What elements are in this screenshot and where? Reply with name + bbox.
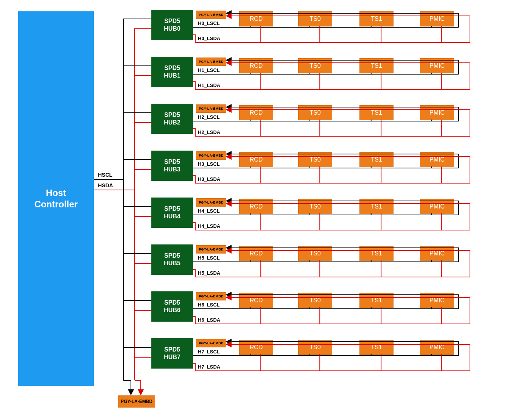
ts1-block-row-7: TS1 — [359, 340, 394, 355]
spd5-hub-3: SPD5 HUB3 — [151, 151, 193, 181]
hscl-label: HSCL — [98, 172, 113, 178]
lsda-label-7: H7_LSDA — [198, 364, 221, 370]
ts0-block-row-1: TS0 — [298, 58, 332, 73]
pgy-probe-row-3: PGY-LA-EMBD — [196, 151, 226, 160]
pgy-probe-row-6: PGY-LA-EMBD — [196, 292, 226, 300]
lsda-label-3: H3_LSDA — [198, 176, 221, 182]
ts0-block-row-6: TS0 — [298, 293, 332, 308]
ts0-block-row-2: TS0 — [298, 105, 332, 120]
rcd-block-row-6: RCD — [239, 293, 273, 308]
lsda-label-5: H5_LSDA — [198, 270, 221, 276]
lscl-label-7: H7_LSCL — [198, 349, 220, 355]
pgy-probe-row-7: PGY-LA-EMBD — [196, 339, 226, 347]
pmic-block-row-5: PMIC — [420, 246, 454, 261]
ts1-block-row-1: TS1 — [359, 58, 394, 73]
ts0-block-row-0: TS0 — [298, 11, 332, 26]
pgy-probe-row-4: PGY-LA-EMBD — [196, 198, 226, 207]
pmic-block-row-6: PMIC — [420, 293, 454, 308]
lsda-label-1: H1_LSDA — [198, 82, 221, 88]
lscl-label-1: H1_LSCL — [198, 67, 220, 73]
ts1-block-row-2: TS1 — [359, 105, 394, 120]
rcd-block-row-0: RCD — [239, 11, 273, 26]
rcd-block-row-3: RCD — [239, 152, 273, 167]
spd5-hub-4: SPD5 HUB4 — [151, 198, 193, 228]
lscl-label-4: H4_LSCL — [198, 208, 220, 214]
rcd-block-row-1: RCD — [239, 58, 273, 73]
spd5-hub-0: SPD5 HUB0 — [151, 10, 193, 40]
ts0-block-row-3: TS0 — [298, 152, 332, 167]
lscl-label-6: H6_LSCL — [198, 302, 220, 308]
spd5-hub-6: SPD5 HUB6 — [151, 291, 193, 322]
lsda-label-0: H0_LSDA — [198, 36, 221, 41]
pgy-probe-row-0: PGY-LA-EMBD — [196, 11, 226, 19]
ts1-block-row-6: TS1 — [359, 293, 394, 308]
lsda-label-6: H6_LSDA — [198, 317, 221, 323]
host-controller: Host Controller — [18, 11, 94, 386]
ts1-block-row-3: TS1 — [359, 152, 394, 167]
spd5-hub-7: SPD5 HUB7 — [151, 338, 193, 369]
ts1-block-row-5: TS1 — [359, 246, 394, 261]
ts1-block-row-0: TS1 — [359, 11, 394, 26]
lscl-label-2: H2_LSCL — [198, 114, 220, 120]
ts0-block-row-7: TS0 — [298, 340, 332, 355]
pmic-block-row-1: PMIC — [420, 58, 454, 73]
lscl-label-3: H3_LSCL — [198, 161, 220, 167]
pmic-block-row-3: PMIC — [420, 152, 454, 167]
lsda-label-4: H4_LSDA — [198, 223, 221, 229]
spd5-hub-2: SPD5 HUB2 — [151, 104, 193, 134]
pgy-probe-row-1: PGY-LA-EMBD — [196, 58, 226, 66]
rcd-block-row-7: RCD — [239, 340, 273, 355]
rcd-block-row-5: RCD — [239, 246, 273, 261]
pmic-block-row-0: PMIC — [420, 11, 454, 26]
pgy-probe-row-2: PGY-LA-EMBD — [196, 104, 226, 113]
ts0-block-row-5: TS0 — [298, 246, 332, 261]
rcd-block-row-4: RCD — [239, 199, 273, 214]
lscl-label-5: H5_LSCL — [198, 255, 220, 261]
ts0-block-row-4: TS0 — [298, 199, 332, 214]
lscl-label-0: H0_LSCL — [198, 20, 220, 26]
spd5-hub-5: SPD5 HUB5 — [151, 244, 193, 275]
pmic-block-row-4: PMIC — [420, 199, 454, 214]
ts1-block-row-4: TS1 — [359, 199, 394, 214]
pmic-block-row-2: PMIC — [420, 105, 454, 120]
pmic-block-row-7: PMIC — [420, 340, 454, 355]
main-pgy-probe: PGY-LA-EMBD — [118, 395, 155, 408]
pgy-probe-row-5: PGY-LA-EMBD — [196, 245, 226, 254]
hsda-label: HSDA — [98, 182, 114, 188]
lsda-label-2: H2_LSDA — [198, 129, 221, 135]
rcd-block-row-2: RCD — [239, 105, 273, 120]
spd5-hub-1: SPD5 HUB1 — [151, 57, 193, 87]
